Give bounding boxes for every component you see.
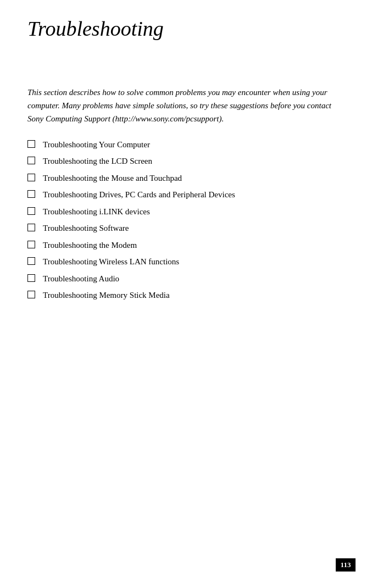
toc-item[interactable]: Troubleshooting Memory Stick Media [27, 289, 345, 302]
toc-item[interactable]: Troubleshooting Wireless LAN functions [27, 256, 345, 268]
toc-item-label: Troubleshooting i.LINK devices [43, 206, 150, 218]
toc-item-label: Troubleshooting the Mouse and Touchpad [43, 172, 182, 185]
intro-text: This section describes how to solve comm… [27, 86, 345, 125]
toc-item[interactable]: Troubleshooting Software [27, 222, 345, 235]
toc-checkbox-icon [27, 157, 35, 164]
toc-list: Troubleshooting Your ComputerTroubleshoo… [27, 138, 345, 302]
toc-item[interactable]: Troubleshooting Audio [27, 273, 345, 285]
toc-checkbox-icon [27, 291, 35, 298]
toc-item-label: Troubleshooting the LCD Screen [43, 155, 152, 168]
toc-checkbox-icon [27, 140, 35, 148]
toc-checkbox-icon [27, 257, 35, 265]
toc-checkbox-icon [27, 207, 35, 215]
toc-item-label: Troubleshooting Drives, PC Cards and Per… [43, 188, 235, 201]
toc-item-label: Troubleshooting Wireless LAN functions [43, 256, 179, 268]
toc-item-label: Troubleshooting Your Computer [43, 138, 150, 151]
toc-checkbox-icon [27, 174, 35, 181]
toc-item-label: Troubleshooting Memory Stick Media [43, 289, 170, 302]
page-title: Troubleshooting [27, 16, 345, 42]
toc-item[interactable]: Troubleshooting i.LINK devices [27, 206, 345, 218]
toc-item-label: Troubleshooting Software [43, 222, 129, 235]
toc-checkbox-icon [27, 274, 35, 282]
toc-item-label: Troubleshooting Audio [43, 273, 119, 285]
toc-item[interactable]: Troubleshooting the Modem [27, 239, 345, 252]
toc-checkbox-icon [27, 224, 35, 231]
toc-item[interactable]: Troubleshooting the Mouse and Touchpad [27, 172, 345, 185]
page-container: Troubleshooting This section describes h… [0, 0, 372, 588]
toc-checkbox-icon [27, 190, 35, 198]
toc-item[interactable]: Troubleshooting Your Computer [27, 138, 345, 151]
toc-checkbox-icon [27, 241, 35, 248]
page-number: 113 [336, 558, 356, 572]
toc-item-label: Troubleshooting the Modem [43, 239, 137, 252]
toc-item[interactable]: Troubleshooting the LCD Screen [27, 155, 345, 168]
toc-item[interactable]: Troubleshooting Drives, PC Cards and Per… [27, 188, 345, 201]
